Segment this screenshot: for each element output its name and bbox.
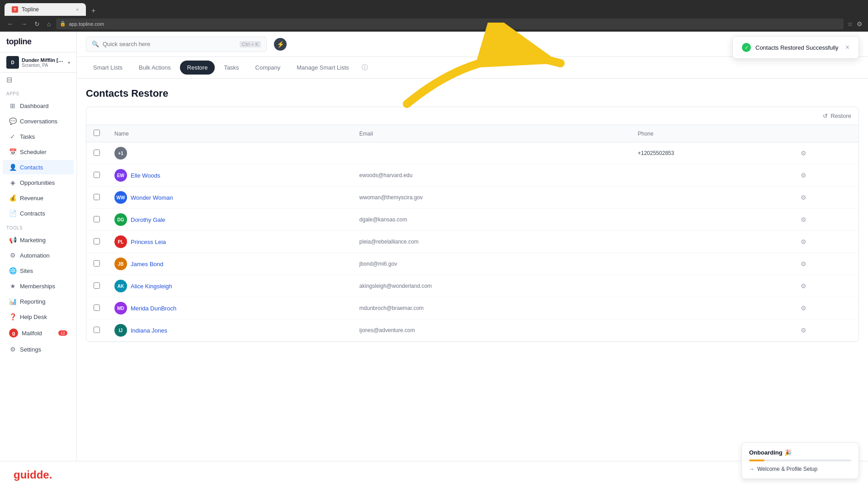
row-action-button[interactable]: ⚙	[801, 282, 807, 290]
new-tab-button[interactable]: +	[88, 6, 99, 16]
sidebar-item-mailfold[interactable]: g Mailfold 12	[3, 325, 74, 341]
contact-name[interactable]: Elle Woods	[131, 172, 160, 179]
row-checkbox[interactable]	[94, 260, 100, 267]
row-checkbox-cell	[86, 231, 107, 253]
row-checkbox[interactable]	[94, 172, 100, 178]
row-checkbox[interactable]	[94, 282, 100, 289]
row-action-button[interactable]: ⚙	[801, 194, 807, 201]
row-action-button[interactable]: ⚙	[801, 172, 807, 179]
contact-name[interactable]: Dorothy Gale	[131, 216, 165, 223]
contact-avatar: EW	[114, 169, 127, 182]
contact-name[interactable]: Wonder Woman	[131, 194, 173, 201]
restore-button[interactable]: ↺ Restore	[823, 113, 851, 119]
sidebar-header: topline	[0, 32, 76, 52]
row-action-cell: ⚙	[793, 187, 859, 209]
table-row: MD Merida DunBroch mdunbroch@braemar.com…	[86, 297, 859, 319]
contact-name[interactable]: Indiana Jones	[131, 327, 167, 334]
onboarding-link[interactable]: → Welcome & Profile Setup	[749, 466, 851, 472]
contact-name[interactable]: Merida DunBroch	[131, 305, 176, 312]
tasks-icon: ✓	[9, 133, 16, 140]
sidebar-item-contacts[interactable]: 👤 Contacts	[3, 160, 74, 174]
sidebar-item-settings[interactable]: ⚙ Settings	[3, 342, 74, 357]
automation-icon: ⚙	[9, 252, 16, 259]
row-checkbox[interactable]	[94, 238, 100, 244]
row-checkbox[interactable]	[94, 305, 100, 311]
sidebar-item-label-settings: Settings	[20, 346, 41, 353]
contact-name[interactable]: James Bond	[131, 261, 163, 267]
browser-chrome: T Topline × + ← → ↻ ⌂ 🔒 app.topline.com …	[0, 0, 868, 32]
row-name-cell: JB James Bond	[107, 253, 352, 275]
row-action-button[interactable]: ⚙	[801, 216, 807, 223]
home-button[interactable]: ⌂	[45, 19, 52, 29]
search-bar[interactable]: 🔍 Ctrl + K	[86, 37, 267, 52]
sidebar-item-dashboard[interactable]: ⊞ Dashboard	[3, 99, 74, 113]
search-icon: 🔍	[92, 41, 99, 47]
select-all-checkbox[interactable]	[94, 130, 100, 136]
row-name-cell: EW Elle Woods	[107, 164, 352, 187]
sidebar-item-label-tasks: Tasks	[20, 133, 35, 140]
layout-toggle-button[interactable]: ⊟	[0, 73, 76, 87]
tab-tasks[interactable]: Tasks	[217, 61, 246, 75]
row-checkbox[interactable]	[94, 216, 100, 222]
contact-name[interactable]: Alice Kingsleigh	[131, 283, 172, 290]
contact-name[interactable]: Princess Leia	[131, 239, 166, 245]
toast-close-button[interactable]: ×	[845, 43, 849, 52]
sidebar-item-memberships[interactable]: ★ Memberships	[3, 279, 74, 293]
workspace-info: Dunder Mifflin [D... Scranton, PA	[22, 57, 65, 68]
row-checkbox[interactable]	[94, 150, 100, 156]
sidebar-item-opportunities[interactable]: ◈ Opportunities	[3, 175, 74, 190]
table-toolbar: ↺ Restore	[86, 107, 859, 125]
sidebar-item-sites[interactable]: 🌐 Sites	[3, 263, 74, 278]
tab-bulk-actions[interactable]: Bulk Actions	[132, 61, 178, 75]
row-action-button[interactable]: ⚙	[801, 238, 807, 245]
address-text: app.topline.com	[69, 21, 104, 27]
sidebar-item-conversations[interactable]: 💬 Conversations	[3, 114, 74, 128]
active-tab[interactable]: T Topline ×	[5, 3, 86, 16]
sidebar-item-automation[interactable]: ⚙ Automation	[3, 248, 74, 263]
contact-avatar: IJ	[114, 324, 127, 337]
contact-avatar: AK	[114, 280, 127, 292]
row-checkbox[interactable]	[94, 327, 100, 333]
row-phone-cell: +12025502853	[631, 142, 793, 164]
revenue-icon: 💰	[9, 194, 16, 202]
sidebar-item-contracts[interactable]: 📄 Contracts	[3, 206, 74, 221]
sidebar-item-tasks[interactable]: ✓ Tasks	[3, 129, 74, 144]
reload-button[interactable]: ↻	[33, 19, 42, 29]
row-action-button[interactable]: ⚙	[801, 260, 807, 267]
tab-restore[interactable]: Restore	[180, 61, 215, 75]
contact-avatar: JB	[114, 258, 127, 270]
back-button[interactable]: ←	[5, 19, 15, 29]
row-action-button[interactable]: ⚙	[801, 150, 807, 157]
tab-manage-smart-lists[interactable]: Manage Smart Lists	[289, 61, 356, 75]
row-action-button[interactable]: ⚙	[801, 305, 807, 312]
forward-button[interactable]: →	[19, 19, 29, 29]
tab-company[interactable]: Company	[248, 61, 288, 75]
tab-info-icon[interactable]: ⓘ	[362, 64, 368, 72]
main-area: 🔍 Ctrl + K ⚡ Smart Lists Bulk Actions Re…	[77, 32, 868, 488]
tab-smart-lists[interactable]: Smart Lists	[86, 61, 130, 75]
row-phone-cell	[631, 253, 793, 275]
extensions-button[interactable]: ⚙	[857, 20, 863, 28]
row-email-cell	[352, 142, 631, 164]
bookmark-button[interactable]: ☆	[847, 20, 853, 28]
row-checkbox[interactable]	[94, 194, 100, 200]
search-input[interactable]	[103, 41, 236, 47]
sidebar-item-revenue[interactable]: 💰 Revenue	[3, 191, 74, 205]
sidebar-item-marketing[interactable]: 📢 Marketing	[3, 233, 74, 247]
sidebar-item-reporting[interactable]: 📊 Reporting	[3, 294, 74, 309]
sidebar-item-scheduler[interactable]: 📅 Scheduler	[3, 145, 74, 159]
tab-favicon: T	[12, 6, 18, 13]
row-action-button[interactable]: ⚙	[801, 327, 807, 334]
row-phone-cell	[631, 275, 793, 297]
workspace-selector[interactable]: D Dunder Mifflin [D... Scranton, PA ▾	[0, 52, 76, 73]
onboarding-link-arrow: →	[749, 466, 755, 472]
sidebar-item-help-desk[interactable]: ❓ Help Desk	[3, 310, 74, 324]
tab-close-button[interactable]: ×	[76, 7, 79, 12]
header-actions: ⚡	[274, 38, 287, 51]
toast-message: Contacts Restored Successfully	[755, 44, 839, 51]
guidde-logo: guidde.	[14, 469, 52, 481]
sidebar-item-label-help-desk: Help Desk	[20, 314, 47, 320]
address-bar[interactable]: 🔒 app.topline.com	[56, 19, 844, 29]
lightning-button[interactable]: ⚡	[274, 38, 287, 51]
app-container: topline D Dunder Mifflin [D... Scranton,…	[0, 32, 868, 488]
